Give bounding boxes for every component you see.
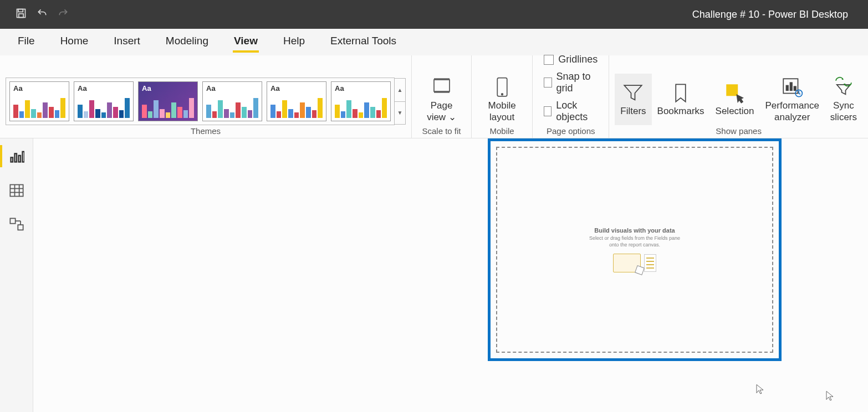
gridlines-checkbox[interactable]: Gridlines bbox=[544, 54, 598, 65]
theme-item[interactable]: Aa bbox=[202, 81, 262, 121]
cursor-icon bbox=[825, 389, 835, 402]
svg-point-7 bbox=[501, 94, 503, 95]
data-view-icon[interactable] bbox=[9, 183, 24, 198]
selection-button[interactable]: Selection bbox=[710, 74, 760, 125]
left-nav bbox=[0, 138, 33, 412]
theme-item[interactable]: Aa bbox=[267, 81, 326, 121]
svg-rect-17 bbox=[22, 152, 24, 162]
theme-item-active[interactable]: Aa bbox=[138, 81, 198, 121]
bookmarks-button[interactable]: Bookmarks bbox=[652, 74, 710, 125]
svg-rect-2 bbox=[19, 14, 23, 18]
tab-help[interactable]: Help bbox=[282, 32, 306, 53]
report-canvas[interactable]: Build visuals with your data Select or d… bbox=[33, 138, 868, 412]
undo-icon[interactable] bbox=[37, 8, 48, 21]
tab-insert[interactable]: Insert bbox=[113, 32, 141, 53]
tab-file[interactable]: File bbox=[17, 32, 36, 53]
save-icon[interactable] bbox=[16, 8, 27, 21]
group-label-themes: Themes bbox=[191, 126, 221, 136]
svg-rect-1 bbox=[18, 9, 23, 12]
snap-to-grid-checkbox[interactable]: Snap to grid bbox=[544, 71, 598, 94]
theme-item[interactable]: Aa bbox=[331, 81, 391, 121]
group-label-mobile: Mobile bbox=[490, 126, 514, 136]
theme-gallery[interactable]: Aa Aa Aa Aa Aa bbox=[6, 78, 395, 125]
svg-rect-3 bbox=[434, 80, 450, 91]
svg-rect-18 bbox=[10, 185, 23, 197]
hint-illustration bbox=[613, 254, 656, 272]
titlebar: Challenge # 10 - Power BI Desktop bbox=[0, 0, 868, 29]
filters-button[interactable]: Filters bbox=[615, 74, 651, 125]
hint-title: Build visuals with your data bbox=[594, 227, 675, 234]
canvas-placeholder: Build visuals with your data Select or d… bbox=[496, 147, 773, 353]
report-view-icon[interactable] bbox=[9, 148, 24, 164]
theme-item[interactable]: Aa bbox=[74, 81, 134, 121]
menubar: File Home Insert Modeling View Help Exte… bbox=[0, 29, 868, 55]
performance-analyzer-button[interactable]: Performance analyzer bbox=[760, 74, 825, 125]
theme-gallery-expand[interactable]: ▲▼ bbox=[395, 78, 406, 125]
page-view-button[interactable]: Page view ⌄ bbox=[417, 74, 466, 125]
svg-rect-10 bbox=[787, 86, 789, 91]
cursor-icon bbox=[755, 382, 765, 395]
theme-item[interactable]: Aa bbox=[9, 81, 69, 121]
svg-rect-14 bbox=[11, 157, 13, 162]
lock-objects-checkbox[interactable]: Lock objects bbox=[544, 100, 598, 123]
tab-view[interactable]: View bbox=[233, 32, 259, 53]
app-title: Challenge # 10 - Power BI Desktop bbox=[69, 9, 868, 20]
svg-rect-24 bbox=[18, 225, 23, 230]
svg-rect-23 bbox=[10, 218, 15, 223]
svg-rect-16 bbox=[18, 156, 21, 162]
model-view-icon[interactable] bbox=[9, 217, 24, 233]
hint-subtitle: Select or drag fields from the Fields pa… bbox=[589, 235, 680, 248]
svg-rect-15 bbox=[14, 153, 17, 162]
tab-home[interactable]: Home bbox=[59, 32, 90, 53]
workspace: Build visuals with your data Select or d… bbox=[0, 138, 868, 412]
svg-rect-11 bbox=[790, 83, 793, 90]
mobile-layout-button[interactable]: Mobile layout bbox=[477, 74, 527, 125]
group-label-page-options: Page options bbox=[547, 126, 595, 136]
svg-rect-8 bbox=[726, 85, 738, 96]
chevron-down-icon: ⌄ bbox=[448, 112, 456, 122]
group-label-show-panes: Show panes bbox=[716, 126, 762, 136]
tab-external-tools[interactable]: External Tools bbox=[329, 32, 397, 53]
canvas-selection[interactable]: Build visuals with your data Select or d… bbox=[488, 138, 782, 361]
sync-slicers-button[interactable]: Sync slicers bbox=[825, 74, 862, 125]
group-label-scale: Scale to fit bbox=[422, 126, 461, 136]
tab-modeling[interactable]: Modeling bbox=[165, 32, 210, 53]
svg-rect-12 bbox=[794, 86, 796, 90]
ribbon: Aa Aa Aa Aa Aa bbox=[0, 55, 868, 138]
redo-icon[interactable] bbox=[58, 8, 69, 21]
